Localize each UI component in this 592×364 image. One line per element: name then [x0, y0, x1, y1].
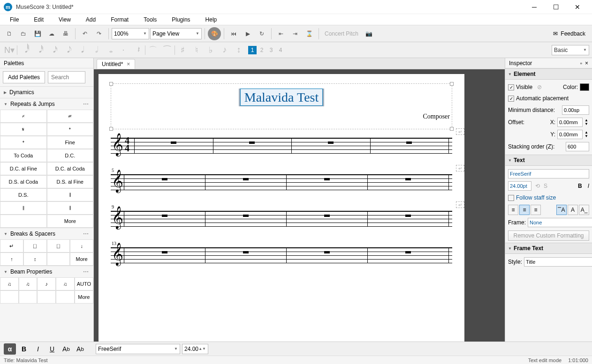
title-frame[interactable]: Malavida Test Composer	[111, 83, 452, 129]
mixer-icon[interactable]: 🎨	[208, 27, 221, 40]
stacking-input[interactable]	[566, 142, 589, 151]
follow-staff-checkbox[interactable]	[508, 195, 514, 201]
palette-cell[interactable]: D.S. al Fine	[47, 175, 94, 188]
64th-note-icon[interactable]: 𝅘𝅥𝅱	[18, 44, 31, 57]
loop-out-icon[interactable]: ⇥	[288, 27, 302, 40]
palette-cell[interactable]: ↑	[0, 253, 23, 266]
palette-cell[interactable]: ↕	[23, 253, 47, 266]
palette-cell[interactable]: ⎕	[47, 239, 70, 253]
staff-system[interactable]: 5𝄞↵	[111, 174, 452, 189]
palette-cell[interactable]: ♪	[37, 277, 56, 290]
tab-close-icon[interactable]: ×	[127, 61, 130, 67]
tie-icon[interactable]: ⌒	[146, 44, 159, 57]
remove-formatting-button[interactable]: Remove Custom Formatting	[508, 230, 589, 241]
palette-cell[interactable]: D.S.	[0, 188, 47, 201]
8th-note-icon[interactable]: 𝅘𝅥𝅮	[61, 44, 74, 57]
score-composer[interactable]: Composer	[111, 113, 452, 120]
16th-note-icon[interactable]: 𝅘𝅥𝅯	[46, 44, 60, 57]
quarter-note-icon[interactable]: 𝅘𝅥	[75, 44, 88, 57]
palette-cell[interactable]: ↓	[70, 239, 93, 253]
palette-more-button[interactable]: More	[70, 253, 93, 266]
staff-system[interactable]: 9𝄞↵	[111, 211, 452, 226]
menu-view[interactable]: View	[51, 15, 78, 24]
palette-cell[interactable]: ⎕	[23, 239, 47, 253]
feedback-button[interactable]: ✉ Feedback	[553, 30, 589, 37]
palette-cell[interactable]: 𝄌	[0, 136, 47, 149]
close-button[interactable]: ✕	[567, 0, 588, 14]
frame-select[interactable]	[528, 218, 592, 227]
grace-note-icon[interactable]: ♪	[218, 44, 231, 57]
32nd-note-icon[interactable]: 𝅘𝅥𝅰	[32, 44, 46, 57]
concert-pitch-button[interactable]: Concert Pitch	[322, 30, 361, 37]
palette-more-button[interactable]: More	[47, 215, 94, 228]
palette-cell[interactable]: 𝄌	[47, 123, 94, 136]
voice-1-button[interactable]: 1	[248, 46, 257, 54]
sharp-icon[interactable]: ♯	[176, 44, 189, 57]
align-left-button[interactable]: ≡	[508, 205, 518, 215]
play-icon[interactable]: ▶	[241, 27, 254, 40]
palette-cell[interactable]: AUTO	[75, 277, 93, 290]
voice-4-button[interactable]: 4	[276, 46, 285, 54]
minimize-button[interactable]: ─	[524, 0, 545, 14]
system-break-icon[interactable]: ↵	[456, 165, 464, 171]
system-break-icon[interactable]: ↵	[456, 201, 464, 208]
palette-cell[interactable]: 𝄋	[0, 123, 47, 136]
superscript-button[interactable]: Ab	[74, 343, 86, 355]
align-center-button[interactable]: ≡	[519, 205, 530, 215]
color-swatch[interactable]	[580, 83, 589, 91]
note-input-mode-icon[interactable]: N▾	[3, 44, 16, 57]
palette-cell[interactable]: 𝄃	[0, 201, 47, 215]
palette-repeats[interactable]: ▼Repeats & Jumps⋯	[0, 98, 93, 110]
palette-more-button[interactable]: More	[75, 290, 93, 304]
palette-dynamics[interactable]: ▶Dynamics	[0, 87, 93, 98]
add-palettes-button[interactable]: Add Palettes	[3, 71, 45, 83]
underline-format-button[interactable]: U	[46, 343, 58, 355]
palette-cell[interactable]: 𝄂	[47, 201, 94, 215]
flip-icon[interactable]: ↕	[232, 44, 245, 57]
palette-cell[interactable]: D.S. al Coda	[0, 175, 47, 188]
palette-cell[interactable]	[47, 253, 70, 266]
panel-close-icon[interactable]: ×	[585, 60, 588, 67]
natural-icon[interactable]: ♮	[190, 44, 203, 57]
palette-cell[interactable]: ♫	[0, 277, 19, 290]
italic-format-button[interactable]: I	[32, 343, 44, 355]
valign-bot-button[interactable]: A_	[579, 205, 589, 215]
workspace-select[interactable]: Basic▼	[552, 45, 589, 55]
inspector-frame-text-header[interactable]: ▼Frame Text	[505, 243, 592, 254]
menu-file[interactable]: File	[2, 15, 26, 24]
visible-checkbox[interactable]: ✓	[508, 84, 514, 90]
whole-note-icon[interactable]: 𝅝	[103, 44, 116, 57]
dot-icon[interactable]: ·	[117, 44, 130, 57]
camera-icon[interactable]: 📷	[362, 27, 375, 40]
print-icon[interactable]: 🖶	[59, 27, 72, 40]
offset-x-input[interactable]	[557, 118, 583, 127]
voice-2-button[interactable]: 2	[258, 46, 266, 54]
redo-icon[interactable]: ↷	[92, 27, 106, 40]
slur-icon[interactable]: ⁀	[160, 44, 174, 57]
system-break-icon[interactable]: ↵	[456, 128, 464, 135]
score-title[interactable]: Malavida Test	[240, 89, 323, 106]
auto-placement-checkbox[interactable]: ✓	[508, 96, 514, 102]
metronome-icon[interactable]: ⌛	[303, 27, 316, 40]
format-font-select[interactable]: FreeSerif▼	[96, 344, 180, 354]
format-size-input[interactable]: 24.00▲▼	[182, 344, 208, 354]
voice-3-button[interactable]: 3	[267, 46, 275, 54]
reset-size-icon[interactable]: ⟲	[535, 183, 540, 189]
valign-top-button[interactable]: ⎺A	[556, 205, 567, 215]
palette-cell[interactable]: Fine	[47, 136, 94, 149]
panel-undock-icon[interactable]: ▫	[580, 60, 582, 67]
new-file-icon[interactable]: 🗋	[3, 27, 16, 40]
align-right-button[interactable]: ≡	[531, 205, 541, 215]
menu-edit[interactable]: Edit	[26, 15, 51, 24]
valign-mid-button[interactable]: A	[568, 205, 578, 215]
inspector-element-header[interactable]: ▼Element	[505, 68, 592, 80]
italic-button[interactable]: I	[588, 183, 589, 189]
loop-in-icon[interactable]: ⇤	[274, 27, 288, 40]
palette-cell[interactable]: To Coda	[0, 149, 47, 162]
score-canvas[interactable]: Malavida Test Composer 𝄞44↵5𝄞↵9𝄞↵13𝄞	[94, 69, 505, 342]
font-family-input[interactable]	[508, 169, 589, 178]
loop-icon[interactable]: ↻	[255, 27, 268, 40]
undo-icon[interactable]: ↶	[78, 27, 91, 40]
palettes-search-input[interactable]	[48, 71, 85, 83]
palette-cell[interactable]: ↵	[0, 239, 23, 253]
